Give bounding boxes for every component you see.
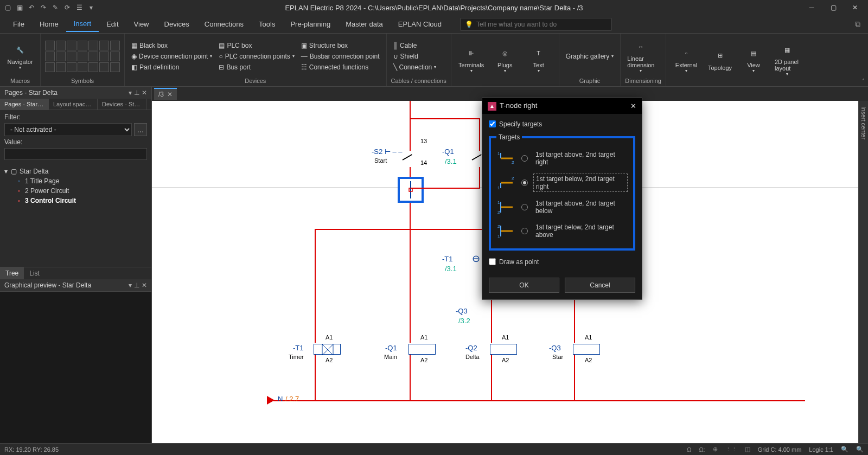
dim-icon[interactable]: ◫ xyxy=(745,446,750,453)
menu-file[interactable]: File xyxy=(5,17,32,31)
plugs-button[interactable]: ◎Plugs▾ xyxy=(489,44,521,74)
plc-box-button[interactable]: ▤PLC box xyxy=(216,41,296,50)
panel-dropdown-icon[interactable]: ▾ xyxy=(129,89,132,97)
tree-page-1[interactable]: ▫ 1 Title Page xyxy=(4,176,147,186)
symbol-cell[interactable] xyxy=(99,52,109,61)
symbol-cell[interactable] xyxy=(88,62,98,72)
specify-targets-checkbox[interactable]: Specify targets xyxy=(489,120,635,128)
close-tab-icon[interactable]: ✕ xyxy=(167,91,173,98)
connection-button[interactable]: ╲Connection▾ xyxy=(391,62,439,72)
panel-pin-icon[interactable]: ⊥ xyxy=(134,281,139,289)
tab-list[interactable]: List xyxy=(24,267,45,279)
symbol-cell[interactable] xyxy=(78,62,87,72)
grid-toggle-icon[interactable]: ⊕ xyxy=(713,446,718,453)
device-connection-point-button[interactable]: ◉Device connection point▾ xyxy=(129,52,214,61)
qa-save-icon[interactable]: ✎ xyxy=(50,2,61,13)
panel-dropdown-icon[interactable]: ▾ xyxy=(129,281,132,289)
dialog-close-icon[interactable]: ✕ xyxy=(630,102,636,110)
symbol-cell[interactable] xyxy=(110,62,120,72)
help-icon[interactable]: ⧉ xyxy=(853,17,863,31)
qa-refresh-icon[interactable]: ⟳ xyxy=(62,2,73,13)
radio-3[interactable] xyxy=(521,228,528,234)
qa-open-icon[interactable]: ▣ xyxy=(14,2,25,13)
panel-pin-icon[interactable]: ⊥ xyxy=(134,89,139,97)
symbol-cell[interactable] xyxy=(88,41,98,50)
doc-tab-3[interactable]: /3 ✕ xyxy=(154,88,177,100)
menu-tools[interactable]: Tools xyxy=(251,17,283,31)
panel-close-icon[interactable]: ✕ xyxy=(142,89,147,97)
value-input[interactable] xyxy=(4,148,147,160)
symbol-cell[interactable] xyxy=(45,41,55,50)
text-button[interactable]: TText▾ xyxy=(523,44,554,74)
menu-devices[interactable]: Devices xyxy=(157,17,197,31)
menu-masterdata[interactable]: Master data xyxy=(338,17,391,31)
filter-select[interactable]: - Not activated - xyxy=(4,123,132,136)
symbol-cell[interactable] xyxy=(56,41,66,50)
qa-redo-icon[interactable]: ↷ xyxy=(38,2,49,13)
external-button[interactable]: ▫External▾ xyxy=(671,44,702,74)
symbol-cell[interactable] xyxy=(56,62,66,72)
structure-box-button[interactable]: ▣Structure box xyxy=(299,41,382,50)
tree-page-3[interactable]: ▫ 3 Control Circuit xyxy=(4,196,147,206)
tree-root[interactable]: ▾ ▢ Star Delta xyxy=(4,166,147,176)
qa-undo-icon[interactable]: ↶ xyxy=(26,2,37,13)
symbol-cell[interactable] xyxy=(67,62,76,72)
cancel-button[interactable]: Cancel xyxy=(565,278,635,293)
menu-edit[interactable]: Edit xyxy=(99,17,126,31)
navigator-button[interactable]: 🔧 Navigator ▾ xyxy=(4,41,36,71)
tab-tree[interactable]: Tree xyxy=(0,267,24,279)
minimize-button[interactable]: ─ xyxy=(801,0,822,15)
zoom-in-icon[interactable]: 🔍 xyxy=(856,446,864,453)
bus-port-button[interactable]: ⊟Bus port xyxy=(216,62,296,72)
close-button[interactable]: ✕ xyxy=(844,0,866,15)
symbol-cell[interactable] xyxy=(78,41,87,50)
menu-view[interactable]: View xyxy=(126,17,157,31)
symbol-gallery[interactable] xyxy=(45,41,120,72)
insert-center-sidebar[interactable]: Insert center xyxy=(858,101,868,443)
tab-pages[interactable]: Pages - Star D... xyxy=(0,99,49,110)
tab-devices[interactable]: Devices - Star ... xyxy=(98,99,146,110)
graphic-gallery-button[interactable]: Graphic gallery▾ xyxy=(564,52,616,61)
snap-icon[interactable]: Ω xyxy=(687,446,691,453)
ribbon-collapse-icon[interactable]: ˄ xyxy=(862,78,865,84)
zoom-out-icon[interactable]: 🔍 xyxy=(841,446,848,453)
symbol-cell[interactable] xyxy=(99,62,109,72)
symbol-cell[interactable] xyxy=(88,52,98,61)
menu-preplanning[interactable]: Pre-planning xyxy=(283,17,338,31)
draw-as-point-checkbox[interactable]: Draw as point xyxy=(489,258,635,266)
black-box-button[interactable]: ▦Black box xyxy=(129,41,214,50)
symbol-cell[interactable] xyxy=(110,52,120,61)
qa-script-icon[interactable]: ☰ xyxy=(74,2,85,13)
tab-layout-space[interactable]: Layout space - ... xyxy=(49,99,98,110)
linear-dimension-button[interactable]: ↔Linear dimension▾ xyxy=(625,38,656,74)
symbol-cell[interactable] xyxy=(67,41,76,50)
tell-me-search[interactable]: 💡 Tell me what you want to do xyxy=(460,18,612,31)
terminals-button[interactable]: ⊪Terminals▾ xyxy=(456,44,487,74)
menu-connections[interactable]: Connections xyxy=(197,17,251,31)
target-option-1[interactable]: 21 1st target below, 2nd target right xyxy=(496,170,628,195)
dialog-titlebar[interactable]: ▲T-node right ✕ xyxy=(482,98,642,114)
panel-close-icon[interactable]: ✕ xyxy=(142,281,147,289)
plc-connection-points-button[interactable]: ○PLC connection points▾ xyxy=(216,52,296,61)
view-button[interactable]: ▤View▾ xyxy=(738,44,769,74)
connected-functions-button[interactable]: ☷Connected functions xyxy=(299,62,382,72)
target-option-0[interactable]: 12 1st target above, 2nd target right xyxy=(496,146,628,170)
menu-home[interactable]: Home xyxy=(32,17,66,31)
2d-panel-layout-button[interactable]: ▦2D panel layout▾ xyxy=(771,41,803,78)
symbol-cell[interactable] xyxy=(99,41,109,50)
qa-new-icon[interactable]: ▢ xyxy=(2,2,13,13)
symbol-cell[interactable] xyxy=(45,62,55,72)
maximize-button[interactable]: ▢ xyxy=(822,0,844,15)
ok-button[interactable]: OK xyxy=(489,278,559,293)
symbol-cell[interactable] xyxy=(67,52,76,61)
part-definition-button[interactable]: ◧Part definition xyxy=(129,62,214,72)
radio-0[interactable] xyxy=(521,155,528,162)
selected-tnode-symbol[interactable] xyxy=(398,177,424,203)
shield-button[interactable]: ∪Shield xyxy=(391,52,439,61)
radio-1[interactable] xyxy=(521,180,528,186)
snap2-icon[interactable]: Ω: xyxy=(699,446,705,453)
target-option-3[interactable]: 12 1st target below, 2nd target above xyxy=(496,219,628,243)
symbol-cell[interactable] xyxy=(45,52,55,61)
qa-more-icon[interactable]: ▾ xyxy=(86,2,97,13)
symbol-cell[interactable] xyxy=(78,52,87,61)
